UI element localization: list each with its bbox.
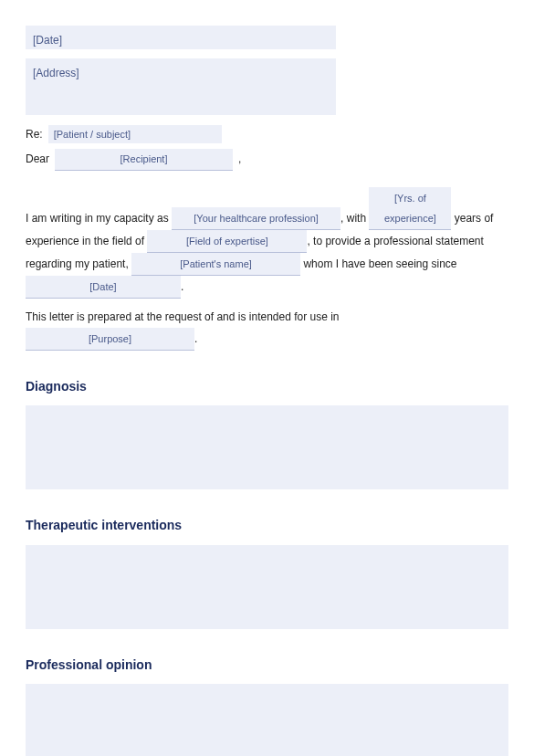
diagnosis-box[interactable]	[26, 405, 508, 489]
address-field[interactable]: [Address]	[26, 58, 336, 115]
field-expertise-field[interactable]: [Field of expertise]	[147, 230, 307, 253]
opinion-box[interactable]	[26, 684, 508, 756]
therapeutic-box[interactable]	[26, 545, 508, 629]
re-label: Re:	[26, 124, 43, 145]
since-date-field[interactable]: [Date]	[26, 276, 181, 299]
text-fragment: whom I have been seeing since	[300, 257, 456, 270]
therapeutic-heading: Therapeutic interventions	[26, 513, 508, 538]
patient-subject-field[interactable]: [Patient / subject]	[48, 125, 222, 143]
text-fragment: .	[181, 280, 183, 293]
years-field[interactable]: [Yrs. of experience]	[369, 187, 451, 230]
text-fragment: I am writing in my capacity as	[26, 212, 172, 225]
dear-line: Dear [Recipient],	[26, 149, 508, 171]
opinion-heading: Professional opinion	[26, 653, 508, 677]
body-paragraph-2: This letter is prepared at the request o…	[26, 306, 508, 351]
date-field[interactable]: [Date]	[26, 26, 336, 49]
profession-field[interactable]: [Your healthcare profession]	[172, 207, 340, 230]
re-line: Re: [Patient / subject]	[26, 124, 508, 145]
text-fragment: .	[194, 332, 197, 345]
dear-label: Dear	[26, 149, 49, 170]
diagnosis-heading: Diagnosis	[26, 374, 508, 399]
patient-name-field[interactable]: [Patient's name]	[131, 253, 300, 276]
text-fragment: , with	[340, 212, 369, 225]
body-paragraph-1: I am writing in my capacity as [Your hea…	[26, 187, 508, 299]
comma: ,	[238, 149, 241, 170]
recipient-field[interactable]: [Recipient]	[55, 149, 233, 171]
text-fragment: This letter is prepared at the request o…	[26, 310, 340, 323]
purpose-field[interactable]: [Purpose]	[26, 328, 194, 351]
